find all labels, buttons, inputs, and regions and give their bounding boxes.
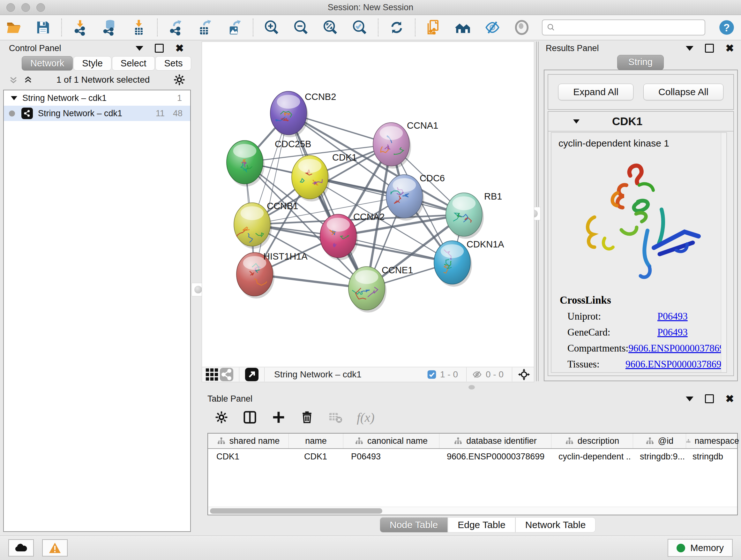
tree-expand-icon[interactable] (11, 96, 17, 100)
node-CDKN1A[interactable]: CDKN1A (434, 239, 504, 287)
export-table-icon[interactable] (197, 19, 214, 36)
close-window-button[interactable] (6, 3, 15, 12)
scrollbar-thumb[interactable] (210, 508, 382, 514)
save-session-button[interactable] (35, 19, 52, 36)
tab-network[interactable]: Network (22, 56, 73, 71)
float-results-icon[interactable] (705, 44, 714, 53)
expand-all-button[interactable]: Expand All (558, 84, 633, 100)
zoom-in-icon[interactable] (263, 19, 280, 36)
eye-icon[interactable] (513, 19, 530, 36)
network-row[interactable]: String Network – cdk1 11 48 (4, 106, 190, 121)
tab-style[interactable]: Style (73, 56, 111, 71)
zoom-out-icon[interactable] (292, 19, 310, 36)
clone-network-icon[interactable] (425, 19, 442, 36)
close-table-icon[interactable]: ✖ (725, 394, 734, 404)
collapse-results-icon[interactable] (686, 46, 693, 51)
open-in-window-icon[interactable] (245, 368, 259, 381)
import-network-database-icon[interactable] (101, 19, 118, 36)
crosslink-link[interactable]: 9606.ENSP00000378699 (625, 359, 726, 370)
hide-eye-icon[interactable] (484, 19, 501, 36)
gene-description: cyclin-dependent kinase 1 (551, 133, 726, 149)
collapse-all-button[interactable]: Collapse All (643, 84, 724, 100)
collapse-all-icon[interactable] (8, 75, 18, 84)
import-table-file-icon[interactable] (130, 19, 147, 36)
zoom-fit-icon[interactable] (322, 19, 339, 36)
node-CCNA1[interactable]: CCNA1 (373, 120, 438, 169)
column-header-id[interactable]: @id (633, 434, 686, 448)
close-panel-icon[interactable]: ✖ (175, 43, 184, 53)
edge[interactable] (255, 113, 288, 274)
float-panel-icon[interactable] (155, 44, 164, 53)
cell-namespace[interactable]: stringdb (684, 452, 737, 462)
cell-description[interactable]: cyclin-dependent ... (550, 452, 631, 462)
birds-eye-grid-icon[interactable] (205, 368, 219, 381)
node-label: CCNE1 (382, 265, 413, 275)
string-share-gray-icon[interactable] (219, 368, 234, 381)
column-header-canonical-name[interactable]: canonical name (343, 434, 440, 448)
column-header-shared-name[interactable]: shared name (208, 434, 289, 448)
expand-all-icon[interactable] (23, 75, 33, 84)
delete-column-icon[interactable] (300, 410, 314, 424)
open-session-button[interactable] (5, 19, 22, 36)
tab-network-table[interactable]: Network Table (515, 517, 596, 533)
export-network-icon[interactable] (167, 19, 185, 36)
network-canvas[interactable]: CCNB2CCNA1CDC25BCDK1CDC6RB1CCNB1CCNA2CDK… (202, 42, 534, 367)
results-scrollbar[interactable] (721, 133, 726, 372)
add-column-icon[interactable] (271, 410, 286, 425)
collapse-panel-icon[interactable] (136, 46, 143, 51)
network-collection-row[interactable]: String Network – cdk1 1 (4, 90, 190, 106)
help-icon[interactable]: ? (718, 19, 735, 36)
column-header-namespace[interactable]: namespace (686, 434, 739, 448)
tab-edge-table[interactable]: Edge Table (448, 517, 515, 533)
gear-icon[interactable] (173, 73, 186, 86)
column-header-database-identifier[interactable]: database identifier (440, 434, 551, 448)
table-horizontal-scrollbar[interactable] (208, 507, 737, 515)
split-columns-icon[interactable] (243, 410, 257, 425)
houses-icon[interactable] (455, 19, 472, 36)
crosslink-link[interactable]: 9606.ENSP00000378699 (628, 343, 727, 354)
memory-button[interactable]: Memory (668, 539, 733, 557)
export-image-icon[interactable] (226, 19, 243, 36)
maximize-window-button[interactable] (37, 3, 45, 12)
crosslink-link[interactable]: P06493 (657, 327, 688, 338)
import-network-file-icon[interactable] (71, 19, 89, 36)
zoom-selected-icon[interactable] (351, 19, 368, 36)
horizontal-splitter-handle[interactable] (468, 385, 475, 389)
table-row[interactable]: CDK1CDK1P064939606.ENSP00000378699cyclin… (208, 449, 737, 464)
node-CCNB1[interactable]: CCNB1 (234, 201, 298, 249)
float-table-icon[interactable] (705, 394, 714, 403)
warning-button[interactable] (42, 539, 68, 557)
node-CCNE1[interactable]: CCNE1 (348, 265, 413, 313)
node-HIST1H1A[interactable]: HIST1H1A (237, 251, 308, 299)
collapse-table-icon[interactable] (686, 396, 693, 401)
cell-shared-name[interactable]: CDK1 (208, 452, 288, 462)
table-gear-icon[interactable] (214, 410, 228, 424)
tab-string[interactable]: String (617, 55, 664, 70)
cloud-button[interactable] (8, 539, 34, 557)
node-CDC6[interactable]: CDC6 (386, 173, 445, 221)
node-RB1[interactable]: RB1 (446, 191, 502, 239)
node-CCNB2[interactable]: CCNB2 (270, 91, 336, 137)
close-results-icon[interactable]: ✖ (725, 43, 734, 53)
search-input[interactable] (556, 22, 694, 33)
function-builder-icon[interactable]: f(x) (357, 410, 375, 425)
cell-database-identifier[interactable]: 9606.ENSP00000378699 (439, 452, 550, 462)
hidden-items-icon[interactable] (472, 369, 482, 380)
cell-id[interactable]: stringdb:9... (631, 452, 684, 462)
column-header-description[interactable]: description (551, 434, 633, 448)
minimize-window-button[interactable] (21, 3, 30, 12)
cell-name[interactable]: CDK1 (288, 452, 343, 462)
delete-table-icon[interactable] (328, 410, 343, 425)
tab-node-table[interactable]: Node Table (380, 517, 448, 533)
selected-checkbox-icon[interactable] (427, 369, 437, 380)
entry-header[interactable]: CDK1 (548, 112, 733, 132)
crosslink-link[interactable]: P06493 (657, 311, 688, 322)
column-header-name[interactable]: name (289, 434, 343, 448)
tab-select[interactable]: Select (112, 56, 155, 71)
cell-canonical-name[interactable]: P06493 (343, 452, 439, 462)
entry-collapse-icon[interactable] (573, 119, 580, 124)
pan-crosshair-icon[interactable] (517, 368, 531, 381)
tab-sets[interactable]: Sets (155, 56, 191, 71)
node-CDK1[interactable]: CDK1 (292, 152, 357, 201)
refresh-network-icon[interactable] (388, 19, 405, 36)
